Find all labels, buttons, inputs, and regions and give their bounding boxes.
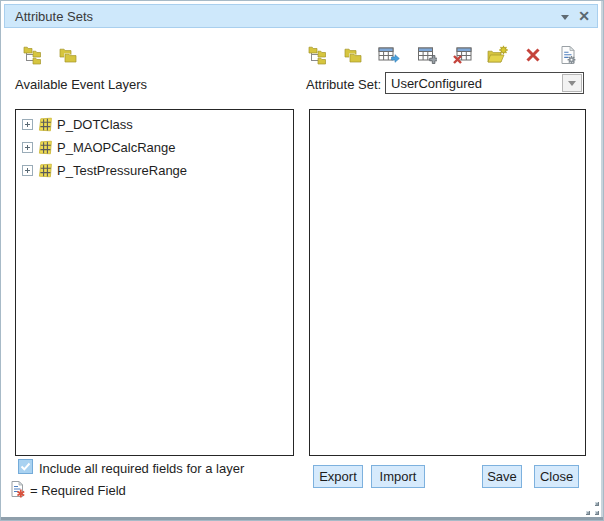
table-export-button[interactable] <box>378 44 400 66</box>
import-button[interactable]: Import <box>371 465 425 488</box>
folder-gear-icon <box>487 45 509 65</box>
table-export-icon <box>378 45 400 65</box>
export-button[interactable]: Export <box>313 465 363 488</box>
tree-item-label: P_DOTClass <box>57 117 133 132</box>
required-field-icon <box>10 480 26 498</box>
titlebar[interactable]: Attribute Sets ✕ <box>4 4 598 28</box>
event-layer-icon <box>38 163 53 178</box>
folders-button[interactable] <box>57 44 79 66</box>
table-add-icon <box>416 45 437 65</box>
layer-tree-icon <box>308 45 328 65</box>
table-remove-button[interactable] <box>451 44 473 66</box>
tree-item[interactable]: P_MAOPCalcRange <box>16 136 176 158</box>
available-event-layers-label: Available Event Layers <box>15 77 147 92</box>
event-layer-icon <box>38 117 53 132</box>
save-button[interactable]: Save <box>482 465 522 488</box>
expand-plus-icon[interactable] <box>22 142 33 153</box>
window-title: Attribute Sets <box>15 9 93 24</box>
window-bottom-edge <box>1 517 603 520</box>
layer-tree-button-2[interactable] <box>307 44 329 66</box>
tree-item[interactable]: P_DOTClass <box>16 113 133 135</box>
required-field-legend: = Required Field <box>30 483 126 498</box>
delete-x-icon <box>525 47 541 63</box>
document-gear-icon <box>560 45 577 65</box>
chevron-down-icon[interactable] <box>561 15 569 20</box>
expand-plus-icon[interactable] <box>22 165 33 176</box>
layer-tree-button[interactable] <box>22 44 44 66</box>
delete-button[interactable] <box>522 44 544 66</box>
folders-icon <box>343 45 363 65</box>
event-layer-icon <box>38 140 53 155</box>
attribute-set-value: UserConfigured <box>391 76 482 91</box>
include-required-fields-checkbox[interactable] <box>18 459 33 474</box>
chevron-down-icon <box>568 81 576 86</box>
expand-plus-icon[interactable] <box>22 119 33 130</box>
folders-button-2[interactable] <box>342 44 364 66</box>
attribute-set-dropdown[interactable]: UserConfigured <box>385 72 584 94</box>
resize-grip[interactable] <box>586 502 599 515</box>
attribute-sets-window: Attribute Sets ✕ <box>0 0 604 521</box>
folder-gear-button[interactable] <box>487 44 509 66</box>
tree-item-label: P_TestPressureRange <box>57 163 187 178</box>
dropdown-arrow-button[interactable] <box>562 74 582 92</box>
table-remove-icon <box>452 45 473 65</box>
close-button[interactable]: Close <box>534 465 579 488</box>
document-gear-button[interactable] <box>557 44 579 66</box>
attribute-set-fields-list[interactable] <box>309 109 586 456</box>
folders-icon <box>58 45 78 65</box>
attribute-set-label: Attribute Set: <box>306 77 381 92</box>
window-right-edge <box>601 1 603 520</box>
tree-item-label: P_MAOPCalcRange <box>57 140 176 155</box>
available-event-layers-list[interactable]: P_DOTClass P_MAOPCalcRange P_TestPressur <box>15 109 294 456</box>
tree-item[interactable]: P_TestPressureRange <box>16 159 187 181</box>
include-required-fields-label: Include all required fields for a layer <box>39 461 244 476</box>
table-add-button[interactable] <box>415 44 437 66</box>
checkmark-icon <box>19 460 32 473</box>
close-icon[interactable]: ✕ <box>578 9 590 23</box>
layer-tree-icon <box>23 45 43 65</box>
